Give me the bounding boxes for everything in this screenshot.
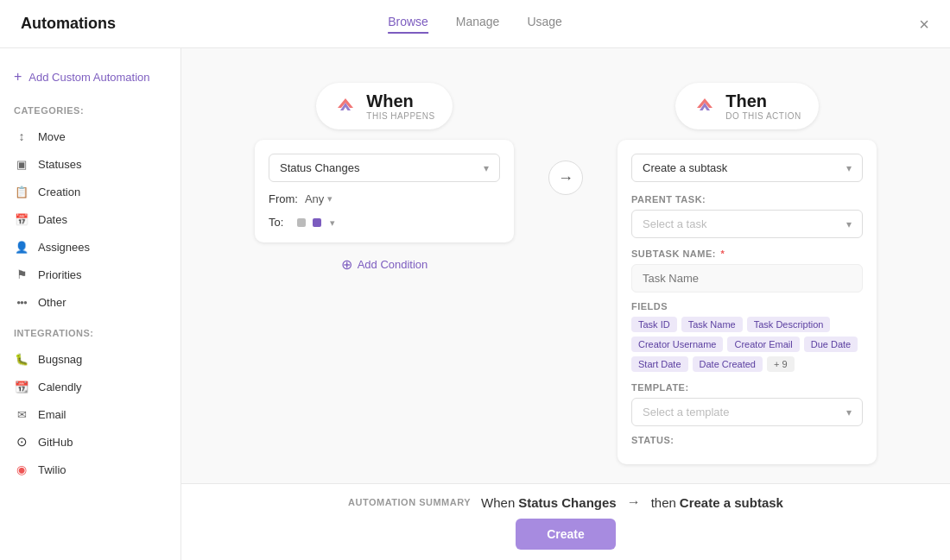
field-tag-task-id[interactable]: Task ID (631, 317, 677, 332)
condition-card: Status Changes ▾ From: Any ▾ To: (255, 140, 514, 242)
bottom-bar: AUTOMATION SUMMARY When Status Changes →… (181, 483, 950, 560)
field-tag-task-description[interactable]: Task Description (747, 317, 831, 332)
sidebar-item-bugsnag[interactable]: Bugsnag (0, 345, 180, 373)
when-sub-label: THIS HAPPENS (366, 111, 434, 121)
add-condition-label: Add Condition (358, 258, 428, 271)
when-main-label: When (366, 91, 434, 111)
action-dropdown[interactable]: Create a subtask ▾ (631, 154, 863, 182)
sidebar-item-creation[interactable]: Creation (0, 178, 180, 205)
to-label: To: (269, 216, 283, 229)
field-tag-date-created[interactable]: Date Created (693, 356, 763, 372)
sidebar-item-label: Twilio (38, 463, 66, 476)
sidebar-item-github[interactable]: GitHub (0, 428, 180, 456)
github-icon (14, 434, 29, 450)
sidebar-item-label: Move (38, 130, 66, 143)
chevron-down-icon: ▾ (330, 217, 335, 228)
tabs-container: Browse Manage Usage (388, 15, 562, 34)
parent-task-dropdown[interactable]: Select a task ▾ (631, 210, 863, 238)
trigger-dropdown[interactable]: Status Changes ▾ (269, 154, 500, 182)
twilio-icon (14, 462, 29, 477)
chevron-down-icon: ▾ (846, 218, 852, 230)
from-row: From: Any ▾ (269, 192, 500, 205)
action-card: Create a subtask ▾ PARENT TASK: Select a… (618, 140, 877, 464)
status-label: STATUS: (631, 435, 863, 445)
field-tag-creator-email[interactable]: Creator Email (727, 337, 799, 352)
when-header-text: When THIS HAPPENS (366, 91, 434, 121)
when-section: When THIS HAPPENS Status Changes ▾ From: (255, 83, 514, 273)
arrow-circle: → (548, 160, 583, 195)
plus-circle-icon: ⊕ (341, 256, 352, 273)
chevron-down-icon: ▾ (846, 162, 852, 174)
sidebar-item-label: Priorities (38, 268, 82, 281)
priorities-icon (14, 267, 29, 282)
sidebar-item-twilio[interactable]: Twilio (0, 456, 180, 483)
add-custom-button[interactable]: + Add Custom Automation (0, 62, 180, 91)
fields-label: FIELDS (631, 301, 863, 311)
other-icon (14, 294, 29, 310)
header: Automations Browse Manage Usage × (0, 0, 950, 48)
add-condition-button[interactable]: ⊕ Add Condition (341, 256, 428, 273)
required-marker: * (721, 249, 725, 259)
to-dropdown[interactable]: ▾ (330, 216, 335, 229)
template-dropdown[interactable]: Select a template ▾ (631, 398, 863, 426)
dates-icon (14, 211, 29, 227)
sidebar: + Add Custom Automation CATEGORIES: Move… (0, 48, 181, 560)
sidebar-item-calendly[interactable]: Calendly (0, 373, 180, 400)
create-button[interactable]: Create (516, 519, 616, 550)
when-header: When THIS HAPPENS (316, 83, 452, 129)
then-header: Then DO THIS ACTION (675, 83, 818, 129)
field-tag-more[interactable]: + 9 (767, 356, 795, 372)
categories-label: CATEGORIES: (0, 102, 180, 123)
sidebar-item-label: Calendly (38, 381, 82, 393)
chevron-down-icon: ▾ (846, 406, 852, 418)
chevron-down-icon: ▾ (327, 193, 332, 204)
sidebar-item-label: Other (38, 296, 66, 309)
integrations-label: INTEGRATIONS: (0, 324, 180, 345)
app-title: Automations (21, 15, 116, 33)
template-section: TEMPLATE: Select a template ▾ (631, 382, 863, 426)
email-icon (14, 406, 29, 422)
action-value: Create a subtask (643, 161, 727, 174)
summary-trigger: Status Changes (518, 495, 616, 510)
sidebar-item-label: Assignees (38, 241, 90, 254)
add-custom-label: Add Custom Automation (28, 71, 149, 84)
close-button[interactable]: × (919, 16, 929, 33)
app-container: Automations Browse Manage Usage × + Add … (0, 0, 950, 560)
summary-row: AUTOMATION SUMMARY When Status Changes →… (348, 494, 783, 510)
tab-manage[interactable]: Manage (456, 15, 500, 34)
then-main-label: Then (725, 91, 801, 111)
summary-arrow-icon: → (627, 494, 641, 510)
sidebar-item-dates[interactable]: Dates (0, 205, 180, 233)
then-logo (693, 94, 717, 118)
sidebar-item-statuses[interactable]: Statuses (0, 150, 180, 178)
summary-then: then (651, 495, 676, 510)
main: When THIS HAPPENS Status Changes ▾ From: (181, 48, 950, 560)
field-tag-task-name[interactable]: Task Name (681, 317, 743, 332)
arrow-wrapper: → (548, 83, 583, 195)
tab-browse[interactable]: Browse (388, 15, 428, 34)
tab-usage[interactable]: Usage (527, 15, 561, 34)
sidebar-item-email[interactable]: Email (0, 400, 180, 428)
subtask-name-input[interactable] (631, 264, 863, 293)
chevron-down-icon: ▾ (484, 162, 489, 174)
from-label: From: (269, 192, 298, 205)
field-tag-due-date[interactable]: Due Date (804, 337, 858, 352)
then-sub-label: DO THIS ACTION (725, 111, 801, 121)
from-dropdown[interactable]: Any ▾ (305, 192, 332, 205)
sidebar-item-assignees[interactable]: Assignees (0, 233, 180, 261)
when-logo (333, 94, 358, 118)
sidebar-item-priorities[interactable]: Priorities (0, 261, 180, 288)
template-label: TEMPLATE: (631, 382, 863, 393)
sidebar-item-other[interactable]: Other (0, 288, 180, 316)
field-tag-start-date[interactable]: Start Date (631, 356, 688, 372)
sidebar-item-move[interactable]: Move (0, 123, 180, 150)
canvas: When THIS HAPPENS Status Changes ▾ From: (181, 48, 950, 483)
bugsnag-icon (14, 351, 29, 367)
plus-icon: + (14, 69, 22, 85)
from-value: Any (305, 192, 324, 205)
statuses-icon (14, 156, 29, 172)
assignees-icon (14, 239, 29, 255)
action-detail: PARENT TASK: Select a task ▾ SUBTASK NAM… (631, 194, 863, 445)
field-tag-creator-username[interactable]: Creator Username (631, 337, 723, 352)
sidebar-item-label: GitHub (38, 436, 73, 449)
